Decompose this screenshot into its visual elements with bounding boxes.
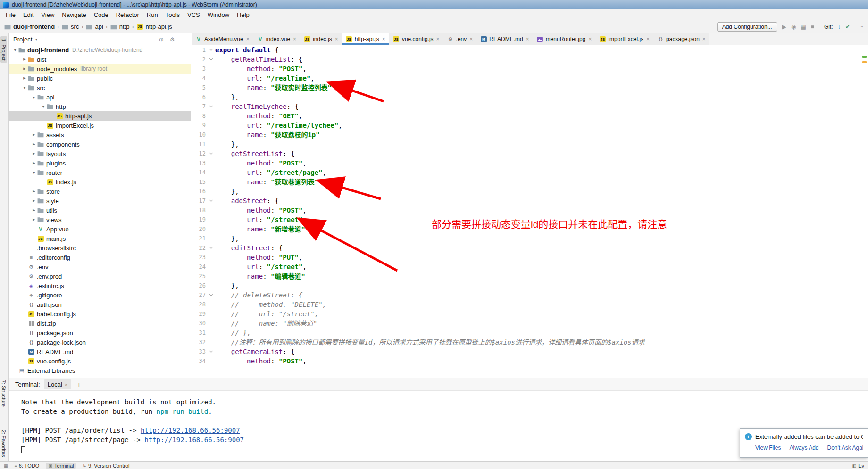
tree-item-vue-config-js[interactable]: JSvue.config.js (9, 356, 191, 366)
profiler-icon[interactable]: ▦ (801, 24, 806, 30)
chevron-down-icon[interactable]: ▼ (22, 86, 27, 90)
tree-item-browserslistrc[interactable]: ≡.browserslistrc (9, 243, 191, 253)
close-tab-icon[interactable]: × (469, 36, 473, 42)
view-files-button[interactable]: View Files (755, 444, 781, 451)
tree-item-main-js[interactable]: JSmain.js (9, 234, 191, 243)
terminal-tab-local[interactable]: Local × (44, 379, 72, 389)
debug-icon[interactable]: ◉ (791, 24, 796, 30)
tree-item-package-lock-json[interactable]: { }package-lock.json (9, 337, 191, 347)
terminal-link[interactable]: http://192.168.66.56:9007 (144, 436, 244, 444)
tree-item-index-js[interactable]: JSindex.js (9, 177, 191, 187)
close-tab-icon[interactable]: × (588, 36, 592, 42)
tree-item-babel-config-js[interactable]: JSbabel.config.js (9, 309, 191, 319)
commit-icon[interactable]: ✔ (845, 24, 850, 30)
tree-item-http-api-js[interactable]: JShttp-api.js (9, 111, 191, 121)
chevron-right-icon[interactable]: ▶ (22, 76, 27, 80)
menu-window[interactable]: Window (204, 10, 233, 19)
update-project-icon[interactable]: ↓ (838, 24, 841, 30)
event-log-label[interactable]: Ev (858, 463, 864, 469)
history-icon[interactable]: ◔ (860, 24, 863, 30)
breadcrumb-http[interactable]: http (110, 23, 130, 30)
breadcrumb-duoji-frontend[interactable]: duoji-frontend (4, 23, 55, 30)
close-tab-icon[interactable]: × (335, 36, 338, 42)
fold-icon[interactable] (209, 246, 213, 249)
chevron-right-icon[interactable]: ▶ (31, 142, 37, 146)
fold-icon[interactable] (209, 48, 213, 51)
project-panel-title[interactable]: Project (13, 36, 32, 43)
tab-menurouter-jpg[interactable]: menuRouter.jpg× (533, 33, 596, 45)
tool-stripe-favorites[interactable]: 2: Favorites (0, 428, 7, 459)
tool-stripe-structure[interactable]: 7: Structure (0, 378, 7, 409)
close-tab-icon[interactable]: × (646, 36, 650, 42)
menu-refactor[interactable]: Refactor (112, 10, 143, 19)
chevron-right-icon[interactable]: ▶ (31, 208, 37, 212)
tree-item-auth-json[interactable]: { }auth.json (9, 300, 191, 309)
tree-item-utils[interactable]: ▶utils (9, 206, 191, 215)
tree-item-env[interactable]: ⚙.env (9, 262, 191, 272)
tree-item-style[interactable]: ▶style (9, 196, 191, 206)
statusbar-9-version-control[interactable]: ↳9: Version Control (83, 463, 129, 469)
menu-help[interactable]: Help (233, 10, 253, 19)
menu-vcs[interactable]: VCS (184, 10, 204, 19)
chevron-down-icon[interactable]: ▼ (31, 171, 37, 174)
tree-item-src[interactable]: ▼src (9, 83, 191, 92)
tab-package-json[interactable]: { }package.json× (653, 33, 709, 45)
chevron-right-icon[interactable]: ▶ (22, 58, 27, 61)
tab-env[interactable]: ⚙.env× (443, 33, 477, 45)
statusbar-terminal[interactable]: ▣Terminal (46, 463, 76, 469)
chevron-right-icon[interactable]: ▶ (31, 199, 37, 203)
tab-asidemenu-vue[interactable]: VAsideMenu.vue× (192, 33, 253, 45)
menu-edit[interactable]: Edit (19, 10, 37, 19)
tab-index-js[interactable]: JSindex.js× (300, 33, 342, 45)
always-add-button[interactable]: Always Add (789, 444, 818, 451)
toolwindow-switcher-icon[interactable]: ▦ (4, 463, 8, 468)
close-tab-icon[interactable]: × (293, 36, 296, 42)
tree-item-public[interactable]: ▶public (9, 74, 191, 83)
tree-item-components[interactable]: ▶components (9, 140, 191, 149)
fold-icon[interactable] (209, 349, 213, 353)
tree-item-env-prod[interactable]: ⚙.env.prod (9, 272, 191, 281)
tree-item-readme-md[interactable]: MREADME.md (9, 347, 191, 356)
settings-gear-icon[interactable]: ⚙ (168, 36, 177, 43)
close-tab-icon[interactable]: × (526, 36, 529, 42)
tab-vue-config-js[interactable]: JSvue.config.js× (389, 33, 443, 45)
tree-item-gitignore[interactable]: ◆.gitignore (9, 290, 191, 300)
tree-item-store[interactable]: ▶store (9, 187, 191, 196)
new-terminal-tab-icon[interactable]: + (75, 381, 83, 388)
fold-icon[interactable] (209, 198, 213, 202)
tab-importexcel-js[interactable]: JSimportExcel.js× (595, 33, 653, 45)
chevron-right-icon[interactable]: ▶ (31, 189, 37, 193)
tree-item-plugins[interactable]: ▶plugins (9, 158, 191, 168)
breadcrumb-http-api-js[interactable]: JShttp-api.js (136, 23, 172, 30)
tree-item-duoji-frontend[interactable]: ▼duoji-frontendD:\zheheWeb\duoji-fronten… (9, 45, 191, 55)
close-icon[interactable]: × (65, 382, 67, 387)
tree-item-http[interactable]: ▼http (9, 102, 191, 111)
stop-icon[interactable]: ■ (811, 24, 814, 30)
menu-code[interactable]: Code (90, 10, 112, 19)
event-log-icon[interactable]: ◧ (852, 463, 857, 468)
tree-item-views[interactable]: ▶views (9, 215, 191, 224)
tree-item-app-vue[interactable]: VApp.vue (9, 224, 191, 234)
close-tab-icon[interactable]: × (246, 36, 250, 42)
chevron-right-icon[interactable]: ▶ (31, 161, 37, 165)
fold-icon[interactable] (209, 293, 213, 296)
chevron-down-icon[interactable]: ▼ (41, 105, 46, 108)
menu-navigate[interactable]: Navigate (58, 10, 90, 19)
code-editor[interactable]: 1export default {2 getRealTimeList: {3 m… (192, 45, 868, 378)
tree-item-dist[interactable]: ▶dist (9, 55, 191, 64)
tab-index-vue[interactable]: Vindex.vue× (253, 33, 300, 45)
menu-tools[interactable]: Tools (162, 10, 184, 19)
tree-item-external-libraries[interactable]: ▤External Libraries (9, 366, 191, 375)
tree-item-assets[interactable]: ▶assets (9, 130, 191, 140)
close-tab-icon[interactable]: × (382, 36, 385, 42)
tree-item-dist-zip[interactable]: dist.zip (9, 319, 191, 328)
fold-icon[interactable] (209, 151, 213, 155)
tab-http-api-js[interactable]: JShttp-api.js× (342, 33, 389, 45)
don-t-ask-agai-button[interactable]: Don't Ask Agai (827, 444, 863, 451)
chevron-right-icon[interactable]: ▶ (22, 67, 27, 71)
fold-icon[interactable] (209, 104, 213, 107)
tree-item-eslintrc-js[interactable]: ◈.eslintrc.js (9, 281, 191, 290)
terminal-link[interactable]: http://192.168.66.56:9007 (141, 427, 240, 434)
chevron-down-icon[interactable]: ▼ (34, 38, 38, 41)
statusbar-6-todo[interactable]: ≡6: TODO (15, 463, 40, 469)
